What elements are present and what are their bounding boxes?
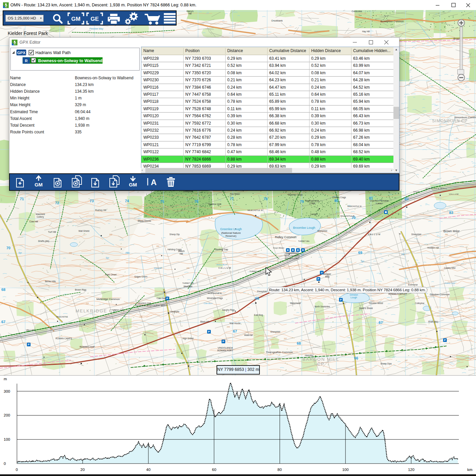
svg-text:ROMAN FORT: ROMAN FORT [285,257,299,260]
svg-text:66: 66 [354,356,358,360]
svg-text:FBs: FBs [126,252,130,254]
svg-text:Rushey Hill: Rushey Hill [95,209,106,212]
svg-text:North Seatsides: North Seatsides [315,305,330,308]
svg-text:P: P [444,339,446,342]
svg-text:P: P [340,298,342,301]
svg-text:Evilmorse: Evilmorse [408,284,418,286]
svg-text:Sheep Dips: Sheep Dips [380,362,392,365]
svg-text:73: 73 [90,199,94,203]
svg-text:Beggar: Beggar [324,273,331,275]
svg-text:236: 236 [334,282,337,284]
svg-text:67: 67 [1,320,5,324]
svg-text:67: 67 [379,320,383,324]
svg-text:Brown Rigg: Brown Rigg [75,289,86,291]
svg-text:Housesteads: Housesteads [285,252,299,254]
svg-text:ROMAN MILITARY WAY: ROMAN MILITARY WAY [135,304,167,307]
svg-text:P: P [28,343,30,346]
svg-text:Shafts (dis): Shafts (dis) [38,240,49,243]
svg-text:GE: GE [91,16,99,22]
svg-text:72: 72 [55,201,59,205]
svg-text:BARDON MILL: BARDON MILL [302,357,339,362]
svg-text:Sheep Dip: Sheep Dip [170,233,180,236]
svg-text:68: 68 [297,341,301,345]
svg-text:CP: CP [317,361,325,366]
svg-text:82: 82 [404,197,409,201]
svg-text:83: 83 [449,211,453,215]
svg-text:75: 75 [160,200,164,204]
svg-text:Grindon: Grindon [350,294,358,296]
svg-text:GM: GM [71,16,80,22]
svg-text:Caw Burn: Caw Burn [204,302,213,304]
svg-text:Grindon Common: Grindon Common [430,293,449,296]
svg-text:MILECASTLE 34: MILECASTLE 34 [347,205,362,207]
svg-text:Resting Gap: Resting Gap [215,248,228,251]
svg-text:40: 40 [146,468,151,472]
svg-text:VALLUM: VALLUM [368,233,381,235]
svg-text:Wall Shield: Wall Shield [79,230,90,232]
svg-text:Sheepfold: Sheepfold [317,230,327,232]
svg-text:Crookbank: Crookbank [271,19,283,22]
svg-text:Swallow Hole: Swallow Hole [208,203,221,205]
svg-text:67: 67 [233,329,237,333]
svg-text:Inner Onset: Inner Onset [105,273,116,276]
svg-text:71: 71 [20,197,24,201]
svg-text:Waterfall: Waterfall [154,267,162,269]
svg-text:Grindon Wood: Grindon Wood [369,302,383,304]
svg-text:Sheepfold: Sheepfold [257,290,267,293]
svg-text:Wall House: Wall House [230,322,241,324]
svg-text:Brown: Brown [454,38,460,40]
svg-text:Haresby: Haresby [305,354,313,357]
svg-text:Simonburn Common: Simonburn Common [454,116,476,119]
svg-text:260: 260 [156,245,159,247]
svg-text:Greenlee Plantation: Greenlee Plantation [370,200,389,202]
svg-text:251: 251 [305,265,308,267]
svg-text:Lough: Lough [350,296,357,299]
svg-text:Caw Gap: Caw Gap [156,297,165,300]
svg-text:Hill: Hill [180,253,183,255]
svg-text:VINDOLANDA: VINDOLANDA [218,347,233,349]
svg-text:100: 100 [342,468,348,472]
svg-text:78: 78 [264,197,268,201]
svg-text:76: 76 [194,200,198,204]
svg-text:TURRET: TURRET [310,213,318,215]
svg-text:Pennine Way: Pennine Way [89,28,103,30]
svg-text:70: 70 [6,246,10,250]
svg-text:km: km [467,468,472,472]
svg-text:Veneters Hall: Veneters Hall [138,302,151,304]
svg-text:Wealside: Wealside [184,285,193,288]
svg-text:Brown Moor: Brown Moor [443,229,460,233]
svg-text:Waterfall: Waterfall [244,334,253,336]
svg-text:Smith's Shield: Smith's Shield [359,307,373,309]
svg-text:80: 80 [334,199,338,203]
svg-text:Broadmoor Common: Broadmoor Common [380,20,404,23]
svg-text:MELKRIDGE CP: MELKRIDGE CP [76,308,116,313]
svg-text:Cowey Sike: Cowey Sike [444,282,455,284]
svg-text:Kielder Forest Park: Kielder Forest Park [8,31,48,36]
svg-text:DITCH: DITCH [414,191,419,193]
svg-text:TURRET 40A: TURRET 40A [182,282,194,284]
svg-text:Edges Green: Edges Green [135,275,148,278]
svg-text:P: P [166,297,169,300]
svg-text:243: 243 [227,326,230,328]
svg-text:227: 227 [49,349,52,351]
svg-text:Crags: Crags [309,202,315,205]
svg-text:Herding Crags: Herding Crags [168,248,182,251]
svg-text:215: 215 [86,302,89,304]
svg-text:TURRET 41B: TURRET 41B [112,309,123,311]
svg-text:VALLUM: VALLUM [218,267,232,269]
svg-text:Saughy Rigg: Saughy Rigg [222,309,235,311]
svg-text:Ridley Common: Ridley Common [275,235,296,239]
svg-text:Spr: Spr [300,253,304,256]
svg-text:Bog: Bog [325,275,330,278]
svg-text:ROMAN CAMPS: ROMAN CAMPS [55,337,72,340]
svg-text:A: A [151,178,156,187]
svg-text:0: 0 [16,468,18,472]
svg-text:Colleylow: Colleylow [415,302,424,305]
svg-text:Howden Hill: Howden Hill [427,247,439,249]
svg-text:200: 200 [4,413,10,417]
svg-text:250: 250 [327,217,330,219]
svg-text:Bowmer Crags: Bowmer Crags [288,193,303,196]
svg-text:Sheepfold: Sheepfold [270,331,280,333]
svg-text:ROMAN FORTLET: ROMAN FORTLET [388,293,407,295]
svg-text:TURRET: TURRET [376,203,383,205]
